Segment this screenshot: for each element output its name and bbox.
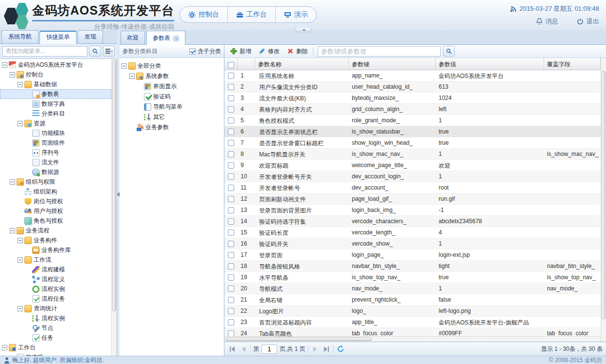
include-subcategory-checkbox[interactable]: 含子分类 [189,47,221,56]
nav-demo-button[interactable]: 演示 [275,7,316,22]
tree-item-岗位与授权[interactable]: 岗位与授权 [0,196,111,206]
tree-item-流程定义[interactable]: 流程定义 [0,274,111,284]
table-row[interactable]: 10开发者登录帐号开关dev_account_login_1 [224,171,601,182]
row-checkbox[interactable] [224,182,238,193]
nav-tree-scrollbar[interactable] [111,59,117,356]
row-checkbox[interactable] [224,328,238,336]
table-row[interactable]: 13登录页面的背景图片login_back_img_-1 [224,205,601,216]
table-row[interactable]: 21全局右键prevent_rightclick_false [224,294,601,306]
row-checkbox[interactable] [224,137,238,148]
tree-item-首选项[interactable]: 首选项 [0,352,111,356]
collapse-toggle-icon[interactable] [129,74,135,79]
table-row[interactable]: 2用户头像流文件分类IDuser_head_catalog_id_613 [224,81,601,93]
tree-item-业务流程[interactable]: 业务流程 [0,226,111,235]
menu-search-input[interactable] [2,46,87,57]
tree-item-节点[interactable]: 节点 [0,323,111,333]
collapse-toggle-icon[interactable] [10,179,15,185]
table-row[interactable]: 11开发者登录帐号dev_account_root [224,182,601,193]
tree-item-流程任务[interactable]: 流程任务 [0,294,111,304]
content-tab-参数表[interactable]: 参数表 [146,31,185,45]
collapse-toggle-icon[interactable] [18,121,23,126]
tree-item-导航与菜单[interactable]: 导航与菜单 [120,102,224,112]
tree-item-验证码[interactable]: 验证码 [120,92,224,102]
delete-button[interactable]: 删除 [284,46,310,57]
collapse-toggle-icon[interactable] [2,345,7,350]
messages-link[interactable]: 消息 [545,17,558,26]
content-tab-欢迎[interactable]: 欢迎 [121,31,145,44]
row-checkbox[interactable] [224,81,238,92]
sidebar-menu-button[interactable] [103,46,115,57]
row-checkbox[interactable] [224,205,238,215]
table-row[interactable]: 24Tab高亮颜色tab_focus_color#0099FFtab_focus… [224,328,601,336]
tree-item-金码坊AOS系统开发平台[interactable]: 金码坊AOS系统开发平台 [0,60,111,70]
collapse-toggle-icon[interactable] [10,228,15,233]
previous-page-button[interactable] [239,345,248,353]
tree-item-业务构件库[interactable]: 业务构件库 [0,245,111,255]
table-row[interactable]: 12页面刷新动画文件page_load_gif_run.gif [224,193,601,205]
select-all-checkbox[interactable] [224,58,238,70]
tree-item-功能模块[interactable]: 功能模块 [0,128,111,138]
sidebar-tab-系统导航[interactable]: 系统导航 [1,30,39,43]
tree-item-系统参数[interactable]: 系统参数 [120,71,224,81]
tree-item-用户与授权[interactable]: 用户与授权 [0,206,111,216]
collapse-toggle-icon[interactable] [18,306,23,311]
tree-item-数据字典[interactable]: 数据字典 [0,99,111,109]
nav-workbench-button[interactable]: 工作台 [227,7,275,22]
table-row[interactable]: 8Mac导航显示开关is_show_mac_nav_1is_show_mac_n… [224,149,601,160]
column-header-override[interactable]: 覆盖字段 [544,58,601,70]
tree-item-界面显示[interactable]: 界面显示 [120,81,224,92]
row-checkbox[interactable] [224,306,238,316]
collapse-toggle-icon[interactable] [10,72,15,77]
close-icon[interactable] [173,36,179,41]
row-checkbox[interactable] [224,227,238,238]
logout-link[interactable]: 退出 [586,17,599,26]
refresh-icon[interactable] [336,345,345,353]
parameter-search-input[interactable] [318,46,441,57]
row-checkbox[interactable] [224,317,238,327]
sidebar-splitter[interactable] [117,30,120,356]
tree-item-流文件[interactable]: 流文件 [0,157,111,167]
tree-item-工作台[interactable]: 工作台 [0,343,111,352]
tree-item-流程实例[interactable]: 流程实例 [0,313,111,323]
row-checkbox[interactable] [224,160,238,171]
collapse-toggle-icon[interactable] [18,238,23,243]
table-row[interactable]: 15验证码长度vercode_length_4 [224,227,601,238]
table-row[interactable]: 4表格列内容对齐方式grid_column_algin_left [224,104,601,115]
row-checkbox[interactable] [224,115,238,126]
add-button[interactable]: 新增 [228,46,254,57]
row-checkbox[interactable] [224,171,238,182]
row-checkbox[interactable] [224,249,238,260]
table-row[interactable]: 7是否显示登录窗口标题栏show_login_win_head_true [224,137,601,149]
column-header-value[interactable]: 参数值 [436,58,544,70]
row-checkbox[interactable] [224,193,238,204]
nav-console-button[interactable]: 控制台 [180,7,227,22]
tree-item-分类科目[interactable]: 分类科目 [0,109,111,118]
edit-button[interactable]: 修改 [256,46,282,57]
last-page-button[interactable] [322,345,331,353]
collapse-toggle-icon[interactable] [18,82,23,87]
row-checkbox[interactable] [224,126,238,137]
collapse-toggle-icon[interactable] [2,62,7,68]
row-checkbox[interactable] [224,70,238,81]
table-row[interactable]: 9欢迎页标题welcome_page_title_欢迎 [224,160,601,171]
collapse-toggle-icon[interactable] [18,257,23,263]
tree-item-资源[interactable]: 资源 [0,118,111,128]
parameter-search-button[interactable] [443,46,455,57]
grid-horizontal-scrollbar[interactable] [224,336,601,342]
tree-item-业务参数[interactable]: 业务参数 [120,122,224,133]
tree-item-全部分类[interactable]: 全部分类 [120,61,224,71]
column-header-key[interactable]: 参数键 [349,58,436,70]
table-row[interactable]: 6是否显示主界面状态栏is_show_statusbar_true [224,126,601,137]
row-checkbox[interactable] [224,294,238,305]
tree-item-流程实例[interactable]: 流程实例 [0,284,111,294]
table-row[interactable]: 22Logo图片logo_left-logo.png [224,306,601,317]
tree-item-其它[interactable]: 其它 [120,112,224,122]
table-row[interactable]: 1应用系统名称app_name_金码坊AOS系统开发平台 [224,70,601,81]
table-row[interactable]: 14验证码待选字符集vercode_characters_abcdetx2345… [224,216,601,227]
table-row[interactable]: 5角色授权模式role_grant_mode_1 [224,115,601,126]
row-checkbox[interactable] [224,216,238,227]
row-checkbox[interactable] [224,104,238,115]
tree-item-序列号[interactable]: 序列号 [0,148,111,157]
tree-item-工作流[interactable]: 工作流 [0,255,111,265]
tree-item-页面组件[interactable]: 页面组件 [0,138,111,148]
